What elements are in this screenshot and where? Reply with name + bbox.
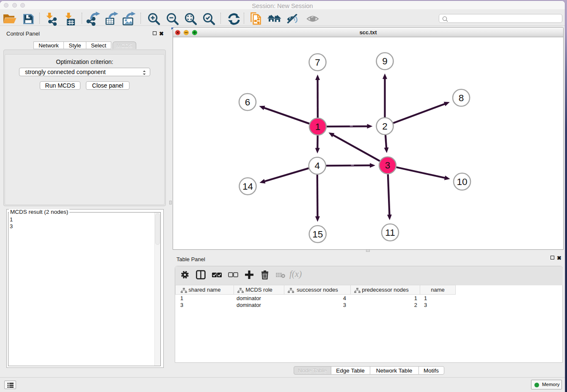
svg-text:14: 14 xyxy=(242,181,253,192)
svg-text:8: 8 xyxy=(458,93,464,103)
svg-text:11: 11 xyxy=(385,227,395,238)
svg-text:4: 4 xyxy=(314,160,320,171)
svg-text:2: 2 xyxy=(382,121,388,132)
svg-text:9: 9 xyxy=(382,56,388,66)
svg-text:10: 10 xyxy=(457,177,467,187)
svg-text:3: 3 xyxy=(385,160,390,171)
svg-text:6: 6 xyxy=(245,97,250,108)
svg-text:1: 1 xyxy=(315,121,320,132)
svg-text:15: 15 xyxy=(312,229,323,240)
svg-text:7: 7 xyxy=(315,57,320,68)
